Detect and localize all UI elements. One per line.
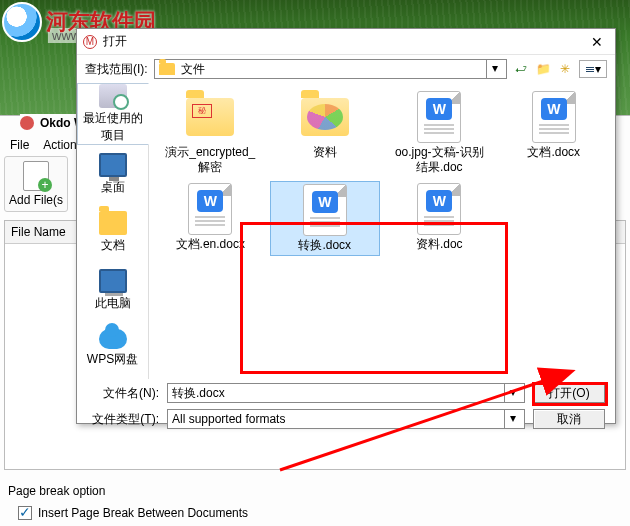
lookin-value: 文件 bbox=[181, 61, 205, 78]
file-item[interactable]: W文档.docx bbox=[499, 89, 610, 177]
close-icon[interactable]: ✕ bbox=[585, 34, 609, 50]
checkbox-icon[interactable] bbox=[18, 506, 32, 520]
place-label: 桌面 bbox=[101, 179, 125, 196]
file-label: 演示_encrypted_解密 bbox=[160, 145, 260, 175]
document-icon: W bbox=[417, 183, 461, 235]
folder-icon bbox=[159, 63, 175, 75]
folder-icon bbox=[301, 98, 349, 136]
back-icon[interactable]: ⮐ bbox=[513, 61, 529, 77]
file-label: oo.jpg-文稿-识别结果.doc bbox=[389, 145, 489, 175]
lookin-label: 查找范围(I): bbox=[85, 61, 148, 78]
file-label: 资料 bbox=[313, 145, 337, 160]
filename-value: 转换.docx bbox=[172, 385, 225, 402]
add-file-button[interactable]: Add File(s bbox=[4, 156, 68, 212]
place-recent[interactable]: 最近使用的项目 bbox=[77, 83, 149, 145]
filetype-combo[interactable]: All supported formats ▾ bbox=[167, 409, 525, 429]
chevron-down-icon[interactable]: ▾ bbox=[504, 384, 520, 402]
file-label: 文档.en.docx bbox=[176, 237, 245, 252]
chevron-down-icon[interactable]: ▾ bbox=[486, 60, 502, 78]
new-folder-icon[interactable]: ✳ bbox=[557, 61, 573, 77]
dialog-title: 打开 bbox=[103, 33, 127, 50]
view-mode-button[interactable]: ▾ bbox=[579, 60, 607, 78]
watermark-logo bbox=[2, 2, 42, 42]
lookin-row: 查找范围(I): 文件 ▾ ⮐ 📁 ✳ ▾ bbox=[77, 55, 615, 83]
place-documents[interactable]: 文档 bbox=[77, 203, 148, 261]
file-item[interactable]: W资料.doc bbox=[384, 181, 495, 256]
place-label: 此电脑 bbox=[95, 295, 131, 312]
dialog-icon: M bbox=[83, 35, 97, 49]
file-item[interactable]: W转换.docx bbox=[270, 181, 381, 256]
filename-input[interactable]: 转换.docx ▾ bbox=[167, 383, 525, 403]
nav-icon-group: ⮐ 📁 ✳ ▾ bbox=[513, 60, 607, 78]
place-label: 最近使用的项目 bbox=[78, 110, 148, 144]
places-sidebar: 最近使用的项目 桌面 文档 此电脑 WPS网盘 bbox=[77, 83, 149, 379]
pagebreak-label: Insert Page Break Between Documents bbox=[38, 506, 248, 520]
lookin-combo[interactable]: 文件 ▾ bbox=[154, 59, 507, 79]
file-item[interactable]: Woo.jpg-文稿-识别结果.doc bbox=[384, 89, 495, 177]
file-item[interactable]: W文档.en.docx bbox=[155, 181, 266, 256]
dialog-titlebar[interactable]: M 打开 ✕ bbox=[77, 29, 615, 55]
filename-label: 文件名(N): bbox=[87, 385, 159, 402]
document-icon: W bbox=[303, 184, 347, 236]
dialog-bottom: 文件名(N): 转换.docx ▾ 打开(O) 文件类型(T): All sup… bbox=[77, 379, 615, 433]
file-label: 转换.docx bbox=[298, 238, 351, 253]
place-label: WPS网盘 bbox=[87, 351, 138, 368]
chevron-down-icon: ▾ bbox=[595, 62, 601, 76]
file-label: 文档.docx bbox=[527, 145, 580, 160]
file-label: 资料.doc bbox=[416, 237, 463, 252]
pagebreak-group-label: Page break option bbox=[8, 484, 105, 498]
filetype-value: All supported formats bbox=[172, 412, 285, 426]
documents-icon bbox=[99, 211, 127, 235]
add-file-label: Add File(s bbox=[9, 193, 63, 207]
add-file-icon bbox=[23, 161, 49, 191]
folder-icon: 秘 bbox=[186, 98, 234, 136]
app-icon bbox=[20, 116, 34, 130]
pagebreak-checkbox-row[interactable]: Insert Page Break Between Documents bbox=[18, 506, 248, 520]
place-label: 文档 bbox=[101, 237, 125, 254]
place-desktop[interactable]: 桌面 bbox=[77, 145, 148, 203]
filetype-label: 文件类型(T): bbox=[87, 411, 159, 428]
file-item[interactable]: 秘演示_encrypted_解密 bbox=[155, 89, 266, 177]
place-wps[interactable]: WPS网盘 bbox=[77, 319, 148, 377]
file-grid[interactable]: 秘演示_encrypted_解密资料Woo.jpg-文稿-识别结果.docW文档… bbox=[149, 83, 615, 379]
app-toolbar: Add File(s bbox=[4, 156, 68, 212]
pc-icon bbox=[99, 269, 127, 293]
place-thispc[interactable]: 此电脑 bbox=[77, 261, 148, 319]
chevron-down-icon[interactable]: ▾ bbox=[504, 410, 520, 428]
up-folder-icon[interactable]: 📁 bbox=[535, 61, 551, 77]
cancel-button[interactable]: 取消 bbox=[533, 409, 605, 429]
menu-file[interactable]: File bbox=[4, 136, 35, 154]
document-icon: W bbox=[532, 91, 576, 143]
desktop-icon bbox=[99, 153, 127, 177]
document-icon: W bbox=[417, 91, 461, 143]
open-button[interactable]: 打开(O) bbox=[533, 383, 605, 403]
document-icon: W bbox=[188, 183, 232, 235]
file-item[interactable]: 资料 bbox=[270, 89, 381, 177]
cloud-icon bbox=[99, 329, 127, 349]
list-icon bbox=[586, 67, 594, 72]
recent-icon bbox=[99, 84, 127, 108]
file-open-dialog: M 打开 ✕ 查找范围(I): 文件 ▾ ⮐ 📁 ✳ ▾ 最近使用的项目 bbox=[76, 28, 616, 424]
